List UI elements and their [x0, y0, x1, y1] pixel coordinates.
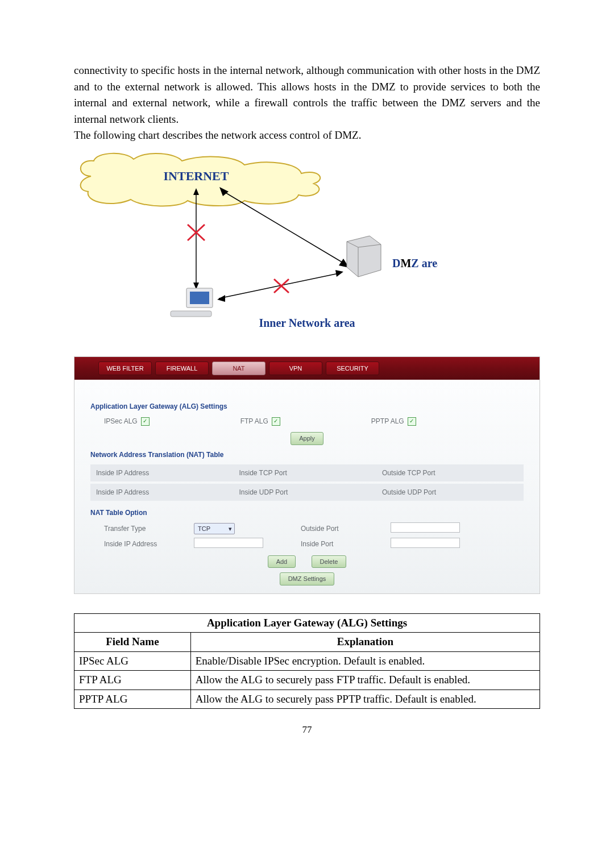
transfer-type-value: TCP	[198, 524, 210, 534]
pc-icon	[171, 288, 213, 317]
outside-port-label: Outside Port	[301, 524, 375, 534]
nat-cell: Inside TCP Port	[233, 464, 376, 481]
intro-para-1: connectivity to specific hosts in the in…	[74, 63, 540, 127]
router-tabs: WEB FILTER FIREWALL NAT VPN SECURITY	[74, 357, 540, 380]
nat-cell: Inside IP Address	[90, 484, 233, 501]
expl-expl: Allow the ALG to securely pass FTP traff…	[190, 671, 540, 690]
expl-field: IPSec ALG	[74, 651, 191, 671]
tab-security[interactable]: SECURITY	[326, 362, 379, 375]
alg-explanation-table: Application Layer Gateway (ALG) Settings…	[74, 613, 540, 709]
nat-option-grid: Transfer Type TCP ▾ Outside Port Inside …	[90, 522, 524, 551]
apply-button[interactable]: Apply	[291, 432, 323, 445]
alg-settings-heading: Application Layer Gateway (ALG) Settings	[90, 401, 524, 412]
table-row: PPTP ALG Allow the ALG to securely pass …	[74, 690, 540, 709]
nat-cell: Inside UDP Port	[233, 484, 376, 501]
document-page: connectivity to specific hosts in the in…	[0, 0, 614, 868]
outside-port-input[interactable]	[391, 522, 460, 533]
inside-port-label: Inside Port	[301, 539, 375, 549]
router-body: Application Layer Gateway (ALG) Settings…	[74, 380, 540, 593]
ftp-alg-checkbox[interactable]: ✓	[272, 417, 280, 426]
svg-marker-10	[335, 270, 343, 277]
block-x2-icon	[274, 279, 289, 293]
expl-col-expl: Explanation	[190, 633, 540, 652]
delete-button[interactable]: Delete	[312, 555, 347, 568]
svg-rect-18	[171, 311, 211, 317]
nat-cell: Outside UDP Port	[376, 484, 524, 501]
nat-table-heading: Network Address Translation (NAT) Table	[90, 450, 524, 460]
inner-network-label: Inner Network area	[259, 317, 355, 329]
nat-table: Inside IP Address Inside TCP Port Outsid…	[90, 464, 524, 501]
expl-col-field: Field Name	[74, 633, 191, 652]
nat-cell: Outside TCP Port	[376, 464, 524, 481]
dmz-label: DMZ area	[392, 257, 438, 269]
tab-vpn[interactable]: VPN	[269, 362, 322, 375]
expl-title: Application Layer Gateway (ALG) Settings	[74, 613, 540, 633]
dmz-diagram-svg: INTERNET	[74, 151, 438, 338]
svg-marker-9	[217, 295, 225, 302]
inside-ip-input[interactable]	[194, 538, 263, 548]
nat-row-udp: Inside IP Address Inside UDP Port Outsid…	[90, 484, 524, 501]
inside-ip-label: Inside IP Address	[104, 539, 178, 549]
table-row: FTP ALG Allow the ALG to securely pass F…	[74, 671, 540, 690]
add-button[interactable]: Add	[268, 555, 296, 568]
intro-para-2: The following chart describes the networ…	[74, 127, 540, 144]
page-number: 77	[74, 722, 540, 737]
chevron-down-icon: ▾	[229, 524, 232, 534]
nat-row-tcp: Inside IP Address Inside TCP Port Outsid…	[90, 464, 524, 481]
nat-option-heading: NAT Table Option	[90, 508, 524, 518]
transfer-type-select[interactable]: TCP ▾	[194, 523, 235, 534]
ipsec-alg-checkbox[interactable]: ✓	[141, 417, 150, 426]
dmz-diagram: INTERNET	[74, 151, 540, 343]
table-row: IPSec ALG Enable/Disable IPSec encryptio…	[74, 651, 540, 671]
router-admin-screenshot: WEB FILTER FIREWALL NAT VPN SECURITY App…	[74, 356, 540, 594]
expl-field: PPTP ALG	[74, 690, 191, 709]
pptp-alg-label: PPTP ALG	[371, 416, 404, 426]
tab-firewall[interactable]: FIREWALL	[155, 362, 209, 375]
nat-cell: Inside IP Address	[90, 464, 233, 481]
tab-web-filter[interactable]: WEB FILTER	[98, 362, 152, 375]
expl-field: FTP ALG	[74, 671, 191, 690]
tab-nat[interactable]: NAT	[212, 362, 265, 375]
pptp-alg-checkbox[interactable]: ✓	[408, 417, 416, 426]
transfer-type-label: Transfer Type	[104, 524, 178, 534]
inside-port-input[interactable]	[391, 538, 460, 548]
expl-expl: Allow the ALG to securely pass PPTP traf…	[190, 690, 540, 709]
ipsec-alg-label: IPSec ALG	[104, 416, 138, 426]
ftp-alg-label: FTP ALG	[240, 416, 268, 426]
dmz-settings-button[interactable]: DMZ Settings	[280, 572, 335, 585]
expl-expl: Enable/Disable IPSec encryption. Default…	[190, 651, 540, 671]
svg-rect-17	[190, 292, 209, 304]
server-icon	[347, 236, 381, 277]
intro-paragraphs: connectivity to specific hosts in the in…	[74, 63, 540, 144]
cloud-label: INTERNET	[164, 169, 229, 183]
alg-row: IPSec ALG ✓ FTP ALG ✓ PPTP ALG ✓	[90, 416, 524, 426]
